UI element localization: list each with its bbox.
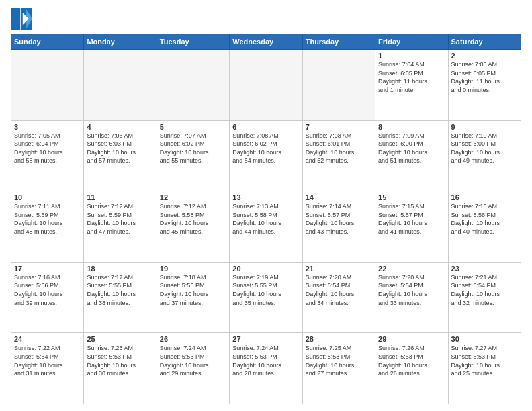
calendar-cell: 4Sunrise: 7:06 AM Sunset: 6:03 PM Daylig… [84,120,157,191]
day-number: 5 [160,123,226,131]
day-info: Sunrise: 7:18 AM Sunset: 5:55 PM Dayligh… [160,273,226,307]
day-number: 27 [232,335,299,343]
day-number: 29 [378,335,445,343]
day-number: 18 [87,265,153,273]
day-number: 25 [87,335,153,343]
calendar-cell: 27Sunrise: 7:24 AM Sunset: 5:53 PM Dayli… [230,333,302,404]
calendar-cell: 28Sunrise: 7:25 AM Sunset: 5:53 PM Dayli… [302,333,375,404]
weekday-header-sunday: Sunday [11,34,84,50]
header [11,8,521,30]
day-info: Sunrise: 7:05 AM Sunset: 6:05 PM Dayligh… [451,60,518,94]
calendar-cell [11,50,84,121]
calendar-week-row: 10Sunrise: 7:11 AM Sunset: 5:59 PM Dayli… [11,191,521,263]
day-info: Sunrise: 7:26 AM Sunset: 5:53 PM Dayligh… [378,344,445,377]
day-number: 17 [14,265,81,273]
day-info: Sunrise: 7:14 AM Sunset: 5:57 PM Dayligh… [306,202,372,236]
weekday-header-tuesday: Tuesday [157,34,229,50]
svg-rect-0 [11,8,20,30]
calendar-cell: 1Sunrise: 7:04 AM Sunset: 6:05 PM Daylig… [375,50,448,121]
day-number: 26 [160,335,226,343]
day-info: Sunrise: 7:24 AM Sunset: 5:53 PM Dayligh… [160,344,226,377]
calendar-week-row: 3Sunrise: 7:05 AM Sunset: 6:04 PM Daylig… [11,120,521,191]
day-info: Sunrise: 7:24 AM Sunset: 5:53 PM Dayligh… [232,344,299,377]
weekday-header-row: SundayMondayTuesdayWednesdayThursdayFrid… [11,34,521,50]
day-number: 2 [451,52,518,60]
day-number: 22 [378,265,445,273]
calendar-cell: 20Sunrise: 7:19 AM Sunset: 5:55 PM Dayli… [230,262,302,333]
day-number: 6 [232,123,299,131]
calendar-cell [157,50,229,121]
day-number: 12 [160,193,226,201]
day-info: Sunrise: 7:21 AM Sunset: 5:54 PM Dayligh… [451,273,518,307]
calendar-cell: 14Sunrise: 7:14 AM Sunset: 5:57 PM Dayli… [302,191,375,263]
day-number: 16 [451,193,518,201]
calendar-cell: 5Sunrise: 7:07 AM Sunset: 6:02 PM Daylig… [157,120,229,191]
day-info: Sunrise: 7:04 AM Sunset: 6:05 PM Dayligh… [378,60,445,94]
calendar-week-row: 24Sunrise: 7:22 AM Sunset: 5:54 PM Dayli… [11,333,521,404]
day-number: 21 [306,265,372,273]
day-info: Sunrise: 7:25 AM Sunset: 5:53 PM Dayligh… [306,344,372,377]
calendar-cell: 7Sunrise: 7:08 AM Sunset: 6:01 PM Daylig… [302,120,375,191]
day-info: Sunrise: 7:09 AM Sunset: 6:00 PM Dayligh… [378,132,445,165]
calendar-cell: 26Sunrise: 7:24 AM Sunset: 5:53 PM Dayli… [157,333,229,404]
day-info: Sunrise: 7:16 AM Sunset: 5:56 PM Dayligh… [451,202,518,236]
day-number: 15 [378,193,445,201]
calendar-cell: 9Sunrise: 7:10 AM Sunset: 6:00 PM Daylig… [448,120,521,191]
calendar-cell: 17Sunrise: 7:16 AM Sunset: 5:56 PM Dayli… [11,262,84,333]
calendar-cell: 6Sunrise: 7:08 AM Sunset: 6:02 PM Daylig… [230,120,302,191]
day-info: Sunrise: 7:16 AM Sunset: 5:56 PM Dayligh… [14,273,81,307]
day-number: 10 [14,193,81,201]
day-number: 8 [378,123,445,131]
day-number: 3 [14,123,81,131]
calendar-cell: 29Sunrise: 7:26 AM Sunset: 5:53 PM Dayli… [375,333,448,404]
calendar-cell [84,50,157,121]
day-number: 11 [87,193,153,201]
calendar-cell: 21Sunrise: 7:20 AM Sunset: 5:54 PM Dayli… [302,262,375,333]
calendar-cell: 13Sunrise: 7:13 AM Sunset: 5:58 PM Dayli… [230,191,302,263]
calendar-cell: 2Sunrise: 7:05 AM Sunset: 6:05 PM Daylig… [448,50,521,121]
calendar-cell [230,50,302,121]
calendar-cell: 22Sunrise: 7:20 AM Sunset: 5:54 PM Dayli… [375,262,448,333]
day-info: Sunrise: 7:13 AM Sunset: 5:58 PM Dayligh… [232,202,299,236]
day-number: 24 [14,335,81,343]
weekday-header-friday: Friday [375,34,448,50]
day-number: 13 [232,193,299,201]
day-number: 9 [451,123,518,131]
weekday-header-thursday: Thursday [302,34,375,50]
day-info: Sunrise: 7:05 AM Sunset: 6:04 PM Dayligh… [14,132,81,165]
calendar-cell: 23Sunrise: 7:21 AM Sunset: 5:54 PM Dayli… [448,262,521,333]
day-number: 28 [306,335,372,343]
day-number: 23 [451,265,518,273]
day-info: Sunrise: 7:23 AM Sunset: 5:53 PM Dayligh… [87,344,153,377]
day-info: Sunrise: 7:27 AM Sunset: 5:53 PM Dayligh… [451,344,518,377]
calendar-cell: 8Sunrise: 7:09 AM Sunset: 6:00 PM Daylig… [375,120,448,191]
day-info: Sunrise: 7:20 AM Sunset: 5:54 PM Dayligh… [306,273,372,307]
calendar-cell: 3Sunrise: 7:05 AM Sunset: 6:04 PM Daylig… [11,120,84,191]
calendar-cell: 16Sunrise: 7:16 AM Sunset: 5:56 PM Dayli… [448,191,521,263]
weekday-header-wednesday: Wednesday [230,34,302,50]
day-info: Sunrise: 7:15 AM Sunset: 5:57 PM Dayligh… [378,202,445,236]
day-info: Sunrise: 7:19 AM Sunset: 5:55 PM Dayligh… [232,273,299,307]
calendar-cell: 12Sunrise: 7:12 AM Sunset: 5:58 PM Dayli… [157,191,229,263]
calendar-week-row: 17Sunrise: 7:16 AM Sunset: 5:56 PM Dayli… [11,262,521,333]
logo-icon [11,8,32,30]
calendar-cell: 11Sunrise: 7:12 AM Sunset: 5:59 PM Dayli… [84,191,157,263]
day-info: Sunrise: 7:08 AM Sunset: 6:01 PM Dayligh… [306,132,372,165]
day-info: Sunrise: 7:22 AM Sunset: 5:54 PM Dayligh… [14,344,81,377]
calendar-cell [302,50,375,121]
day-info: Sunrise: 7:07 AM Sunset: 6:02 PM Dayligh… [160,132,226,165]
calendar-table: SundayMondayTuesdayWednesdayThursdayFrid… [11,34,521,404]
day-number: 20 [232,265,299,273]
day-number: 4 [87,123,153,131]
calendar-cell: 25Sunrise: 7:23 AM Sunset: 5:53 PM Dayli… [84,333,157,404]
day-info: Sunrise: 7:11 AM Sunset: 5:59 PM Dayligh… [14,202,81,236]
day-number: 7 [306,123,372,131]
day-number: 30 [451,335,518,343]
day-info: Sunrise: 7:08 AM Sunset: 6:02 PM Dayligh… [232,132,299,165]
day-info: Sunrise: 7:20 AM Sunset: 5:54 PM Dayligh… [378,273,445,307]
calendar-cell: 18Sunrise: 7:17 AM Sunset: 5:55 PM Dayli… [84,262,157,333]
calendar-cell: 10Sunrise: 7:11 AM Sunset: 5:59 PM Dayli… [11,191,84,263]
calendar-cell: 30Sunrise: 7:27 AM Sunset: 5:53 PM Dayli… [448,333,521,404]
logo-area [11,8,35,30]
calendar-cell: 24Sunrise: 7:22 AM Sunset: 5:54 PM Dayli… [11,333,84,404]
